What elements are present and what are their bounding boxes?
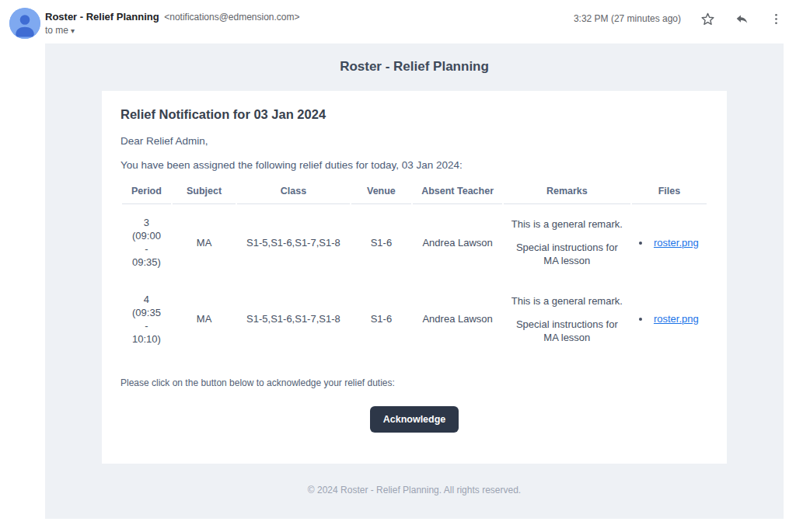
sender-avatar[interactable] [9,8,40,39]
recipient-dropdown[interactable]: to me▾ [45,25,75,36]
class-cell: S1-5,S1-6,S1-7,S1-8 [237,281,349,358]
col-header-absent-teacher: Absent Teacher [413,179,502,204]
subject-cell: MA [173,281,236,358]
remark-general: This is a general remark. [508,217,626,231]
file-list-item: roster.png [651,236,702,249]
period-line: 09:35) [127,256,166,269]
email-title: Roster - Relief Planning [45,59,784,75]
subject-cell: MA [173,204,236,281]
remark-general: This is a general remark. [508,294,626,308]
acknowledge-button[interactable]: Acknowledge [370,406,459,433]
period-line: (09:00 [127,229,166,242]
venue-cell: S1-6 [351,204,412,281]
col-header-remarks: Remarks [504,179,630,204]
table-row: 4 (09:35 - 10:10) MA S1-5,S1-6,S1-7,S1-8… [122,281,707,358]
notification-card: Relief Notification for 03 Jan 2024 Dear… [102,91,727,464]
remark-special: Special instructions for MA lesson [508,241,626,267]
table-row: 3 (09:00 - 09:35) MA S1-5,S1-6,S1-7,S1-8… [122,204,707,281]
col-header-subject: Subject [173,179,236,204]
star-icon[interactable] [700,11,715,26]
email-body-panel: Roster - Relief Planning Relief Notifica… [45,43,784,519]
timestamp: 3:32 PM (27 minutes ago) [574,13,681,24]
remark-special: Special instructions for MA lesson [508,318,626,344]
period-line: - [127,319,166,332]
col-header-venue: Venue [351,179,412,204]
reply-icon[interactable] [734,11,749,26]
acknowledge-note: Please click on the button below to ackn… [120,377,708,388]
absent-teacher-cell: Andrea Lawson [413,204,502,281]
period-line: - [127,242,166,256]
period-line: 4 [127,293,166,306]
file-link[interactable]: roster.png [654,313,699,325]
files-cell: roster.png [632,281,707,358]
remarks-cell: This is a general remark. Special instru… [504,204,630,281]
email-footer: © 2024 Roster - Relief Planning. All rig… [45,485,784,495]
message-header: Roster - Relief Planning <notifications@… [0,0,796,43]
file-link[interactable]: roster.png [654,237,699,249]
sender-line: Roster - Relief Planning <notifications@… [45,11,300,23]
col-header-period: Period [122,179,171,204]
file-list-item: roster.png [651,312,702,325]
relief-duties-table: Period Subject Class Venue Absent Teache… [120,179,708,357]
sender-name: Roster - Relief Planning [45,11,159,23]
header-meta: 3:32 PM (27 minutes ago) [574,11,784,26]
absent-teacher-cell: Andrea Lawson [413,281,502,358]
remarks-cell: This is a general remark. Special instru… [504,281,630,358]
period-cell: 4 (09:35 - 10:10) [122,281,171,358]
more-vert-icon[interactable] [768,11,784,26]
col-header-class: Class [237,179,349,204]
files-cell: roster.png [632,204,707,281]
chevron-down-icon: ▾ [71,26,75,35]
recipient-label: to me [45,25,68,36]
venue-cell: S1-6 [351,281,412,358]
class-cell: S1-5,S1-6,S1-7,S1-8 [237,204,349,281]
greeting-text: Dear Relief Admin, [120,135,708,147]
period-cell: 3 (09:00 - 09:35) [122,204,171,281]
period-line: 3 [127,216,166,229]
period-line: 10:10) [127,332,166,346]
intro-text: You have been assigned the following rel… [120,159,708,171]
col-header-files: Files [632,179,707,204]
person-icon [9,8,40,39]
table-header-row: Period Subject Class Venue Absent Teache… [122,179,707,204]
card-heading: Relief Notification for 03 Jan 2024 [120,107,708,122]
sender-address: <notifications@edmension.com> [164,12,299,23]
period-line: (09:35 [127,306,166,319]
button-container: Acknowledge [120,406,708,433]
